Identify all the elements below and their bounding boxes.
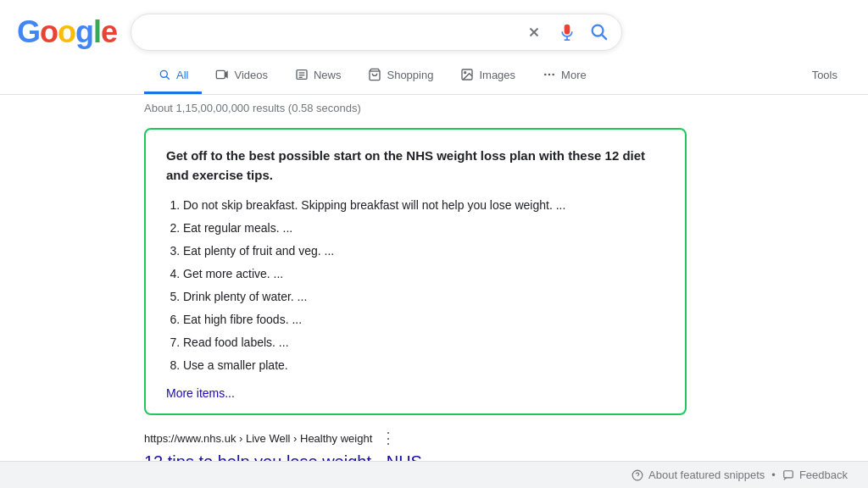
list-item: Use a smaller plate. [183,357,665,374]
svg-rect-8 [217,70,225,78]
featured-snippet: Get off to the best possible start on th… [144,128,687,415]
svg-line-7 [167,77,170,80]
source-row: https://www.nhs.uk › Live Well › Healthy… [144,429,724,447]
microphone-icon [559,24,576,41]
svg-rect-22 [784,470,793,477]
list-item: Eat high fibre foods. ... [183,311,665,329]
svg-point-6 [160,70,167,77]
google-logo: Google [17,14,117,50]
search-bar: how to lose weight [131,14,622,51]
svg-point-19 [552,74,554,76]
tab-videos[interactable]: Videos [202,58,281,94]
clear-button[interactable] [523,21,545,43]
svg-point-16 [465,72,466,74]
feedback-icon [782,469,794,481]
list-item: Read food labels. ... [183,334,665,352]
help-icon [632,469,643,481]
feedback-label: Feedback [799,469,848,481]
close-icon [526,25,542,40]
video-icon [215,68,229,81]
tab-images[interactable]: Images [447,58,529,94]
list-item: Drink plenty of water. ... [183,288,665,306]
list-item: Get more active. ... [183,265,665,283]
news-icon [295,68,309,81]
list-item: Do not skip breakfast. Skipping breakfas… [183,197,665,214]
tab-all[interactable]: All [144,58,202,94]
list-item: Eat plenty of fruit and veg. ... [183,242,665,260]
tab-more[interactable]: More [529,58,600,94]
more-items-link[interactable]: More items... [166,386,235,400]
images-icon [460,68,474,81]
svg-point-17 [544,74,547,76]
more-dots-icon [542,68,556,81]
feedback-button[interactable]: Feedback [782,469,848,481]
results-count: About 1,15,00,00,000 results (0.58 secon… [144,102,724,114]
search-input[interactable]: how to lose weight [145,25,523,40]
all-icon [158,68,171,81]
tools-tab[interactable]: Tools [798,58,851,94]
tab-news[interactable]: News [281,58,355,94]
svg-point-18 [548,74,551,76]
tab-shopping[interactable]: Shopping [354,58,447,94]
about-snippets-label: About featured snippets [648,469,765,481]
voice-search-button[interactable] [555,20,579,44]
snippet-title: Get off to the best possible start on th… [166,147,665,185]
header: Google how to lose weight [0,0,868,51]
shopping-icon [368,68,381,81]
divider: • [771,469,776,481]
about-snippets[interactable]: About featured snippets [632,469,765,481]
source-options-icon[interactable]: ⋮ [381,429,396,447]
main-content: About 1,15,00,00,000 results (0.58 secon… [0,95,868,488]
bottom-bar: About featured snippets • Feedback [0,461,868,488]
source-url: https://www.nhs.uk › Live Well › Healthy… [144,432,372,445]
search-button[interactable] [589,22,608,43]
search-icon [589,22,608,41]
svg-line-5 [602,35,606,39]
snippet-list: Do not skip breakfast. Skipping breakfas… [166,197,665,374]
list-item: Eat regular meals. ... [183,219,665,237]
search-tabs: All Videos News Shopping Images [0,58,868,95]
